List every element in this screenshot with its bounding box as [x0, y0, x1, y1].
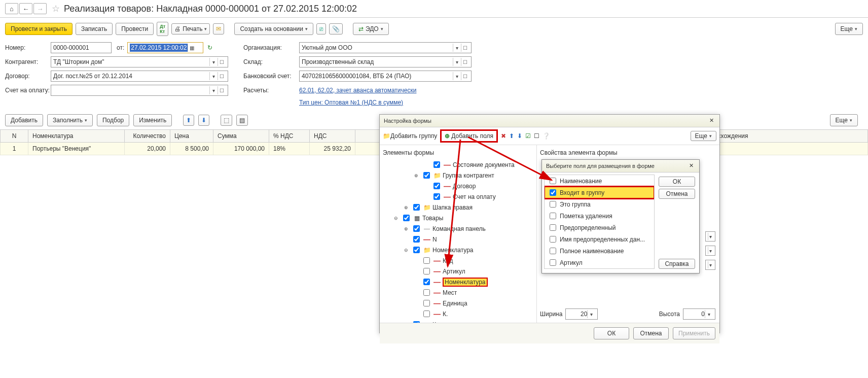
- picker-checkbox[interactable]: [550, 213, 556, 219]
- tree-checkbox[interactable]: [423, 257, 430, 264]
- tree-checkbox[interactable]: [433, 161, 440, 168]
- invoice-input[interactable]: ▾☐: [51, 85, 228, 96]
- tree-item[interactable]: —N: [383, 234, 533, 245]
- picker-item[interactable]: Полное наименование: [545, 245, 654, 257]
- more-button[interactable]: Еще: [835, 23, 863, 35]
- th-price[interactable]: Цена: [170, 130, 213, 143]
- prop-dd-2[interactable]: ▾: [705, 246, 715, 256]
- picker-item[interactable]: Имя предопределенных дан...: [545, 233, 654, 245]
- warehouse-input[interactable]: Производственный склад▾☐: [299, 56, 472, 67]
- tree-checkbox[interactable]: [423, 311, 430, 317]
- create-based-button[interactable]: Создать на основании: [234, 23, 313, 35]
- move-down-button[interactable]: ⬇: [198, 115, 209, 126]
- tree-item[interactable]: ⊕📁Шапка правая: [383, 202, 533, 213]
- tree-item[interactable]: —Единица: [383, 298, 533, 308]
- expand-icon[interactable]: ⊖: [403, 248, 409, 253]
- picker-checkbox[interactable]: [550, 259, 556, 266]
- dialog-ok-button[interactable]: ОК: [594, 327, 629, 339]
- tree-item[interactable]: —Номенклатура: [383, 277, 533, 287]
- mail-button[interactable]: ✉: [213, 23, 224, 35]
- calc-link[interactable]: 62.01, 62.02, зачет аванса автоматически: [299, 87, 416, 94]
- picker-ok-button[interactable]: ОК: [659, 177, 695, 187]
- post-close-button[interactable]: Провести и закрыть: [5, 23, 73, 35]
- picker-item[interactable]: Это группа: [545, 198, 654, 210]
- th-origin[interactable]: а происхождения: [695, 130, 868, 143]
- picker-help-button[interactable]: Справка: [659, 259, 695, 269]
- attach-button[interactable]: 📎: [329, 23, 343, 35]
- picker-item[interactable]: Входит в группу: [545, 187, 654, 198]
- bank-input[interactable]: 40702810656000001084, ВТБ 24 (ПАО)▾☐: [299, 71, 472, 82]
- th-qty[interactable]: Количество: [125, 130, 170, 143]
- expand-icon[interactable]: ⊖: [393, 216, 399, 221]
- print-button[interactable]: 🖨 Печать: [171, 23, 210, 35]
- tree-checkbox[interactable]: [413, 236, 420, 243]
- tree-checkbox[interactable]: [413, 321, 420, 323]
- tree-item[interactable]: ⊕—Командная панель: [383, 223, 533, 234]
- prop-dd-1[interactable]: ▾: [705, 231, 715, 242]
- th-vat-pct[interactable]: % НДС: [269, 130, 310, 143]
- picker-checkbox[interactable]: [550, 248, 556, 254]
- tree-item[interactable]: —Артикул: [383, 266, 533, 277]
- post-button[interactable]: Провести: [116, 23, 154, 35]
- copy-button[interactable]: ⬚: [221, 115, 232, 126]
- dialog-apply-button[interactable]: Применить: [673, 327, 715, 339]
- change-button[interactable]: Изменить: [133, 114, 172, 126]
- uncheck-all-icon[interactable]: ☐: [534, 132, 539, 140]
- tree-checkbox[interactable]: [403, 215, 410, 221]
- expand-icon[interactable]: ⊕: [403, 205, 409, 210]
- tree-checkbox[interactable]: [413, 247, 420, 253]
- tree-item[interactable]: —Мест: [383, 287, 533, 298]
- delete-icon[interactable]: ✖: [501, 132, 506, 140]
- tree-item[interactable]: —Договор: [383, 181, 533, 191]
- picker-item[interactable]: Артикул: [545, 257, 654, 268]
- tree-checkbox[interactable]: [423, 289, 430, 296]
- add-fields-button[interactable]: ⊕Добавить поля: [440, 129, 498, 143]
- tree-item[interactable]: —К.: [383, 308, 533, 319]
- edo-button[interactable]: ⇄ ЭДО: [353, 23, 389, 35]
- paste-button[interactable]: ▤: [236, 115, 248, 126]
- picker-item[interactable]: Пометка удаления: [545, 210, 654, 222]
- picker-checkbox[interactable]: [550, 189, 556, 196]
- table-more-button[interactable]: Еще: [830, 114, 858, 126]
- add-group-button[interactable]: 📁Добавить группу: [383, 132, 437, 140]
- dtkt-button[interactable]: ДтКт: [157, 22, 168, 36]
- tree-checkbox[interactable]: [423, 300, 430, 306]
- picker-close-icon[interactable]: ✕: [687, 162, 695, 170]
- calendar-icon[interactable]: ▦: [188, 44, 196, 52]
- th-nom[interactable]: Номенклатура: [28, 130, 125, 143]
- add-row-button[interactable]: Добавить: [5, 114, 43, 126]
- move-up-button[interactable]: ⬆: [183, 115, 194, 126]
- help-icon[interactable]: ❔: [542, 132, 550, 140]
- expand-icon[interactable]: ⊕: [413, 173, 419, 178]
- picker-checkbox[interactable]: [550, 224, 556, 231]
- save-button[interactable]: Записать: [76, 23, 113, 35]
- star-icon[interactable]: ☆: [52, 3, 60, 14]
- contract-input[interactable]: Дог. пост.№25 от 20.12.2014▾☐: [51, 71, 228, 82]
- number-input[interactable]: 0000-000001: [51, 42, 112, 53]
- th-sum[interactable]: Сумма: [213, 130, 269, 143]
- tree-checkbox[interactable]: [423, 172, 430, 179]
- picker-item[interactable]: Наименование: [545, 175, 654, 187]
- tree-checkbox[interactable]: [423, 279, 430, 285]
- tree-checkbox[interactable]: [413, 204, 420, 211]
- date-input[interactable]: 27.02.2015 12:00:02 ▦: [127, 42, 203, 53]
- tree-item[interactable]: ⊖📁Номенклатура: [383, 245, 533, 255]
- org-input[interactable]: Уютный дом ООО▾☐: [299, 42, 472, 53]
- forward-button[interactable]: →: [33, 3, 47, 14]
- prop-dd-3[interactable]: ▾: [705, 260, 715, 270]
- back-button[interactable]: ←: [19, 3, 32, 14]
- width-input[interactable]: 20▾: [565, 308, 598, 320]
- expand-icon[interactable]: ⊕: [403, 226, 409, 231]
- tree-checkbox[interactable]: [433, 183, 440, 189]
- tree-item[interactable]: —Состояние документа: [383, 159, 533, 170]
- picker-checkbox[interactable]: [550, 236, 556, 243]
- move-down-icon[interactable]: ⬇: [517, 132, 522, 140]
- fill-button[interactable]: Заполнить: [47, 114, 93, 126]
- picker-item[interactable]: Единица: [545, 268, 654, 269]
- tree-checkbox[interactable]: [423, 268, 430, 274]
- th-n[interactable]: N: [1, 130, 28, 143]
- height-input[interactable]: 0▾: [683, 308, 715, 320]
- picker-checkbox[interactable]: [550, 178, 556, 184]
- close-icon[interactable]: ✕: [707, 117, 715, 125]
- home-button[interactable]: ⌂: [5, 3, 18, 14]
